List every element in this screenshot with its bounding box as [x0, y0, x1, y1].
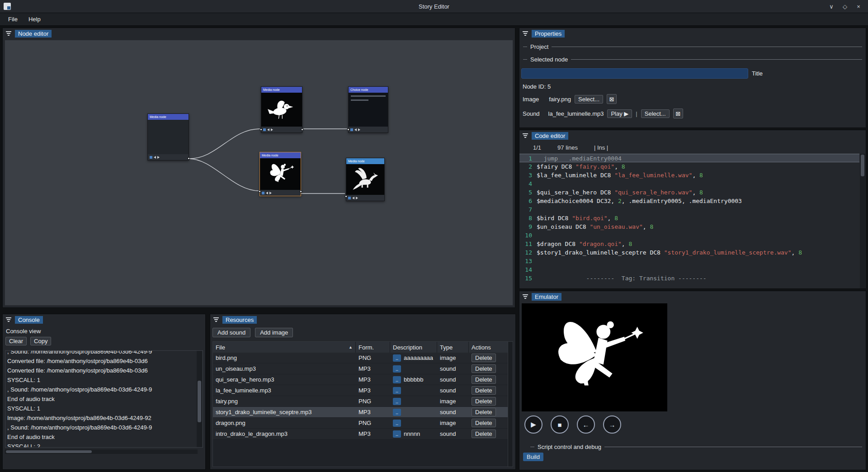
delete-button[interactable]: Delete — [472, 408, 496, 416]
dragon-thumbnail — [346, 164, 384, 195]
input-pin[interactable] — [259, 190, 261, 193]
add-image-button[interactable]: Add image — [255, 328, 293, 337]
edit-description-button[interactable]: .. — [393, 430, 401, 438]
stop-button[interactable]: ■ — [551, 415, 569, 434]
app-icon — [4, 3, 11, 10]
edit-description-button[interactable]: .. — [393, 398, 401, 405]
collapse-icon[interactable] — [5, 31, 12, 36]
panel-title: Node editor — [15, 30, 52, 38]
input-pin[interactable] — [345, 195, 347, 198]
column-actions[interactable]: Actions — [469, 342, 509, 353]
format-cell: MP3 — [356, 387, 390, 394]
media-node[interactable]: Media node — [147, 113, 189, 160]
input-pin[interactable] — [347, 128, 349, 131]
delete-button[interactable]: Delete — [472, 354, 496, 362]
code-line: 11$dragon DC8 "dragon.qoi", 8 — [519, 240, 859, 248]
table-row[interactable]: qui_sera_le_hero.mp3 MP3 .. bbbbbb sound… — [213, 374, 509, 385]
sound-play-button[interactable]: Play ▶ — [607, 109, 632, 118]
delete-button[interactable]: Delete — [472, 364, 496, 373]
delete-button[interactable]: Delete — [472, 386, 496, 395]
table-row[interactable]: intro_drako_le_dragon.mp3 MP3 .. nnnnn s… — [213, 429, 509, 439]
delete-button[interactable]: Delete — [472, 397, 496, 406]
panel-title: Properties — [532, 30, 565, 38]
fairy-thumbnail — [260, 158, 301, 190]
delete-button[interactable]: Delete — [472, 419, 496, 427]
sound-clear-button[interactable]: ⊠ — [673, 109, 683, 118]
selected-node-group-label: Selected node — [523, 56, 862, 63]
code-line: 4 — [519, 179, 859, 188]
output-pin[interactable] — [188, 157, 190, 160]
column-type[interactable]: Type — [437, 342, 469, 353]
maximize-button[interactable]: ◇ — [839, 2, 851, 11]
edit-description-button[interactable]: .. — [393, 365, 401, 373]
edit-description-button[interactable]: .. — [393, 354, 401, 362]
output-pin[interactable] — [300, 190, 302, 193]
delete-button[interactable]: Delete — [472, 375, 496, 384]
separator: | — [636, 110, 637, 117]
code-vscrollbar[interactable] — [860, 154, 865, 288]
column-description[interactable]: Description — [390, 342, 437, 353]
column-form[interactable]: Form. — [356, 342, 390, 353]
edit-description-button[interactable]: .. — [393, 420, 401, 427]
image-clear-button[interactable]: ⊠ — [607, 94, 617, 104]
panel-title: Resources — [222, 316, 257, 324]
table-row[interactable]: la_fee_luminelle.mp3 MP3 .. sound Delete — [213, 385, 509, 396]
scrollbar-thumb[interactable] — [198, 381, 201, 422]
edit-description-button[interactable]: .. — [393, 409, 401, 416]
table-row[interactable]: dragon.png PNG .. image Delete — [213, 418, 509, 429]
resources-vscrollbar[interactable] — [508, 341, 513, 467]
play-button[interactable]: ▶ — [524, 415, 542, 434]
node-transport-icons — [148, 154, 189, 160]
sound-select-button[interactable]: Select... — [641, 109, 670, 118]
forward-button[interactable]: → — [603, 415, 621, 434]
choice-node[interactable]: Choice node — [348, 86, 388, 133]
script-control-group-label: Script control and debug — [530, 444, 862, 450]
log-line: SYSCALL: 1 — [7, 375, 201, 385]
file-cell: la_fee_luminelle.mp3 — [213, 387, 356, 394]
copy-button[interactable]: Copy — [30, 337, 51, 345]
title-input[interactable] — [521, 68, 748, 79]
emulator-screen — [522, 303, 667, 411]
image-select-button[interactable]: Select... — [575, 95, 603, 104]
minimize-button[interactable]: ∨ — [826, 2, 837, 11]
media-node-fairy[interactable]: Media node — [259, 152, 301, 196]
code-status-bar: 1/1 97 lines | Ins | — [519, 142, 866, 153]
media-node-bird[interactable]: Media node — [261, 86, 302, 133]
menu-file[interactable]: File — [4, 14, 22, 24]
panel-title: Emulator — [532, 293, 561, 301]
clear-button[interactable]: Clear — [5, 337, 27, 345]
media-node-dragon[interactable]: Media node — [346, 158, 385, 201]
console-vscrollbar[interactable] — [197, 351, 202, 447]
console-log[interactable]: , Sound: /home/anthony/ostproj/ba869e4b-… — [5, 350, 203, 448]
node-transport-icons — [349, 127, 388, 132]
collapse-icon[interactable] — [213, 317, 219, 322]
code-area[interactable]: 1 jump .mediaEntry0004 2$fairy DC8 "fair… — [519, 154, 859, 289]
close-button[interactable]: × — [853, 2, 864, 11]
file-cell: intro_drako_le_dragon.mp3 — [213, 430, 356, 437]
output-pin[interactable] — [301, 128, 303, 131]
scrollbar-thumb[interactable] — [6, 450, 92, 453]
code-line: 6$mediaChoice0004 DC32, 2, .mediaEntry00… — [519, 197, 859, 205]
collapse-icon[interactable] — [5, 317, 12, 322]
table-row[interactable]: fairy.png PNG .. image Delete — [213, 396, 509, 407]
collapse-icon[interactable] — [522, 31, 528, 36]
table-row[interactable]: un_oiseau.mp3 MP3 .. sound Delete — [213, 363, 509, 374]
node-canvas[interactable]: Media node Media node — [5, 40, 513, 306]
delete-button[interactable]: Delete — [472, 430, 496, 438]
log-line: , Sound: /home/anthony/ostproj/ba869e4b-… — [7, 423, 201, 432]
back-button[interactable]: ← — [577, 415, 595, 434]
column-file[interactable]: File▲ — [213, 342, 356, 353]
edit-description-button[interactable]: .. — [393, 376, 401, 383]
collapse-icon[interactable] — [522, 294, 528, 299]
table-row-selected[interactable]: story1_drako_luminelle_sceptre.mp3 MP3 .… — [213, 407, 509, 418]
add-sound-button[interactable]: Add sound — [212, 328, 250, 337]
collapse-icon[interactable] — [522, 133, 528, 138]
console-hscrollbar[interactable] — [5, 449, 198, 454]
table-row[interactable]: bird.png PNG .. aaaaaaaaa image Delete — [213, 353, 509, 363]
emulator-transport: ▶ ■ ← → — [524, 415, 621, 434]
menu-help[interactable]: Help — [24, 14, 45, 24]
build-button[interactable]: Build — [523, 453, 543, 461]
edit-description-button[interactable]: .. — [393, 387, 401, 394]
scrollbar-thumb[interactable] — [861, 155, 864, 176]
input-pin[interactable] — [260, 128, 262, 131]
